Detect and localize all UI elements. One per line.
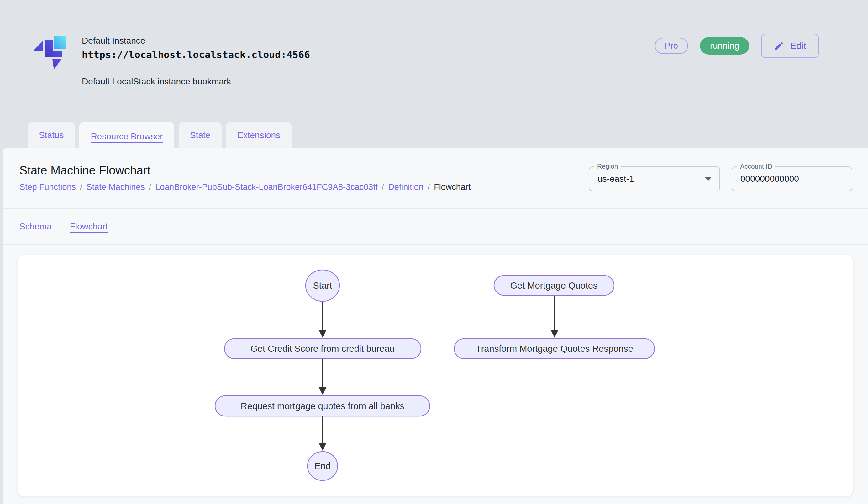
pencil-icon [774, 40, 784, 51]
instance-url: https://localhost.localstack.cloud:4566 [82, 49, 310, 60]
svg-text:End: End [314, 461, 331, 471]
pro-badge: Pro [655, 38, 688, 54]
tab-extensions-label: Extensions [237, 130, 280, 140]
flowchart-node-start: Start [306, 270, 340, 301]
localstack-logo-icon [30, 31, 69, 73]
flowchart-node-get-mortgage-quotes: Get Mortgage Quotes [494, 275, 614, 295]
breadcrumb-step-functions[interactable]: Step Functions [19, 182, 76, 192]
svg-text:Transform Mortgage Quotes Resp: Transform Mortgage Quotes Response [476, 344, 633, 354]
breadcrumb-separator: / [427, 182, 430, 192]
svg-text:Get Credit Score from credit b: Get Credit Score from credit bureau [250, 344, 394, 354]
region-select-label: Region [595, 162, 621, 170]
tab-resource-browser[interactable]: Resource Browser [79, 122, 174, 151]
breadcrumb-state-machine-name[interactable]: LoanBroker-PubSub-Stack-LoanBroker641FC9… [155, 182, 378, 192]
edit-button-label: Edit [790, 40, 806, 51]
region-select[interactable]: Region us-east-1 [589, 166, 720, 191]
breadcrumb-separator: / [80, 182, 82, 192]
tab-resource-browser-label: Resource Browser [91, 131, 163, 142]
breadcrumb-state-machines[interactable]: State Machines [86, 182, 145, 192]
breadcrumb-separator: / [149, 182, 152, 192]
status-badge-label: running [710, 41, 739, 51]
instance-name: Default Instance [82, 36, 310, 46]
pro-badge-label: Pro [665, 41, 678, 51]
svg-text:Start: Start [313, 281, 332, 291]
tab-status[interactable]: Status [28, 122, 75, 149]
resource-browser-panel: State Machine Flowchart Step Functions /… [2, 149, 868, 504]
tab-status-label: Status [39, 130, 64, 140]
status-badge: running [700, 37, 749, 54]
breadcrumb-flowchart: Flowchart [434, 182, 471, 192]
instance-description: Default LocalStack instance bookmark [82, 77, 310, 87]
svg-text:Request mortgage quotes from a: Request mortgage quotes from all banks [241, 401, 404, 411]
subtab-schema[interactable]: Schema [19, 222, 52, 232]
svg-text:Get Mortgage Quotes: Get Mortgage Quotes [510, 281, 598, 291]
flowchart-node-end: End [308, 452, 338, 481]
flowchart-node-get-credit-score: Get Credit Score from credit bureau [225, 339, 421, 359]
edit-button[interactable]: Edit [761, 33, 819, 58]
account-id-field: Account ID [732, 166, 852, 191]
breadcrumb-definition[interactable]: Definition [388, 182, 424, 192]
subtab-flowchart[interactable]: Flowchart [70, 222, 108, 232]
instance-header: Default Instance https://localhost.local… [0, 0, 868, 122]
main-tabs: Status Resource Browser State Extensions [0, 122, 868, 149]
tab-state[interactable]: State [179, 122, 221, 149]
account-id-input[interactable] [732, 167, 852, 191]
account-id-label: Account ID [737, 162, 775, 170]
region-select-value: us-east-1 [589, 167, 720, 191]
tab-extensions[interactable]: Extensions [226, 122, 291, 149]
tab-state-label: State [190, 130, 210, 140]
divider [2, 244, 868, 245]
flowchart-node-transform-response: Transform Mortgage Quotes Response [454, 339, 654, 359]
caret-down-icon [705, 177, 711, 181]
definition-subtabs: Schema Flowchart [2, 209, 868, 244]
breadcrumb-separator: / [382, 182, 384, 192]
flowchart-node-request-quotes: Request mortgage quotes from all banks [215, 396, 430, 416]
flowchart-card: Start Get Mortgage Quotes Get Credit Sco… [18, 255, 852, 496]
state-machine-flowchart: Start Get Mortgage Quotes Get Credit Sco… [213, 267, 658, 486]
